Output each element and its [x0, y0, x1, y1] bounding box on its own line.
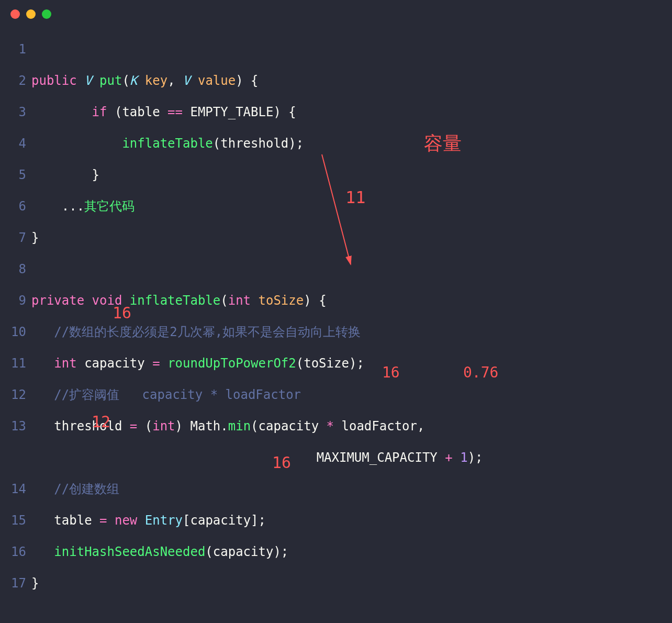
line-number: 15	[0, 505, 31, 536]
code-editor[interactable]: 1 2 public V put(K key, V value) { 3 if …	[0, 28, 672, 604]
annotation-sixteen-3: 16	[272, 453, 291, 472]
code-line: 12 //扩容阈值 capacity * loadFactor	[0, 379, 672, 410]
line-number: 17	[0, 568, 31, 599]
annotation-076: 0.76	[463, 364, 498, 381]
code-content: //数组的长度必须是2几次幂,如果不是会自动向上转换	[31, 316, 361, 348]
window-controls	[0, 0, 672, 28]
code-line: 2 public V put(K key, V value) {	[0, 65, 672, 96]
line-number: 6	[0, 191, 31, 222]
line-number: 1	[0, 34, 31, 65]
code-line: MAXIMUM_CAPACITY + 1);	[0, 442, 672, 473]
line-number: 3	[0, 96, 31, 128]
code-content: }	[31, 159, 99, 191]
line-number: 11	[0, 348, 31, 379]
code-line: 4 inflateTable(threshold);	[0, 128, 672, 159]
code-content: if (table == EMPTY_TABLE) {	[31, 96, 296, 128]
code-line: 8	[0, 253, 672, 285]
line-number: 2	[0, 65, 31, 96]
code-line: 7 }	[0, 222, 672, 253]
code-content: }	[31, 222, 39, 253]
code-line: 5 }	[0, 159, 672, 191]
line-number: 9	[0, 285, 31, 316]
code-content: threshold = (int) Math.min(capacity * lo…	[31, 410, 424, 442]
annotation-sixteen-1: 16	[113, 304, 131, 322]
code-line: 1	[0, 34, 672, 65]
line-number: 8	[0, 253, 31, 285]
line-number: 12	[0, 379, 31, 410]
code-line: 10 //数组的长度必须是2几次幂,如果不是会自动向上转换	[0, 316, 672, 348]
code-content: initHashSeedAsNeeded(capacity);	[31, 536, 288, 568]
line-number: 13	[0, 410, 31, 442]
line-number: 16	[0, 536, 31, 568]
code-line: 17 }	[0, 568, 672, 599]
close-icon[interactable]	[10, 9, 20, 19]
code-line: 9 private void inflateTable(int toSize) …	[0, 285, 672, 316]
annotation-capacity: 容量	[424, 131, 462, 157]
line-number: 7	[0, 222, 31, 253]
code-content: inflateTable(threshold);	[31, 128, 304, 159]
annotation-sixteen-2: 16	[382, 364, 400, 381]
code-content: //扩容阈值 capacity * loadFactor	[31, 379, 301, 410]
code-content: }	[31, 568, 39, 599]
minimize-icon[interactable]	[26, 9, 36, 19]
code-content: int capacity = roundUpToPowerOf2(toSize)…	[31, 348, 364, 379]
code-content: table = new Entry[capacity];	[31, 505, 266, 536]
code-line: 3 if (table == EMPTY_TABLE) {	[0, 96, 672, 128]
code-line: 11 int capacity = roundUpToPowerOf2(toSi…	[0, 348, 672, 379]
code-content: private void inflateTable(int toSize) {	[31, 285, 327, 316]
code-line: 15 table = new Entry[capacity];	[0, 505, 672, 536]
line-number: 10	[0, 316, 31, 348]
line-number: 14	[0, 473, 31, 505]
annotation-twelve: 12	[92, 413, 110, 431]
code-content: ...其它代码	[31, 191, 135, 222]
annotation-eleven: 11	[345, 187, 366, 207]
code-content: public V put(K key, V value) {	[31, 65, 259, 96]
code-line: 6 ...其它代码	[0, 191, 672, 222]
line-number: 4	[0, 128, 31, 159]
code-line: 16 initHashSeedAsNeeded(capacity);	[0, 536, 672, 568]
code-content: MAXIMUM_CAPACITY + 1);	[37, 442, 483, 473]
code-content: //创建数组	[31, 473, 119, 505]
maximize-icon[interactable]	[42, 9, 51, 19]
code-line: 14 //创建数组	[0, 473, 672, 505]
line-number: 5	[0, 159, 31, 191]
